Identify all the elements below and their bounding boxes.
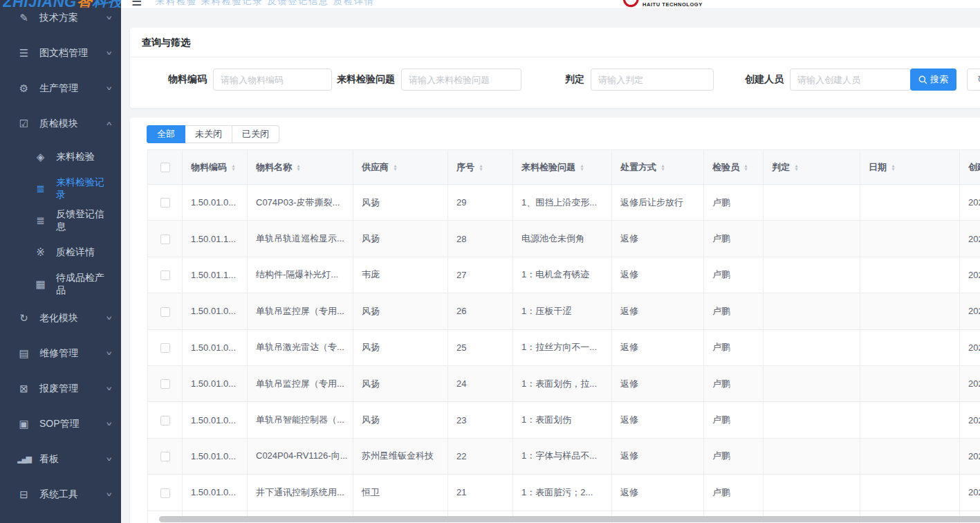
sort-carets-icon: ▲▼ [891, 164, 896, 171]
sidebar-item-label: 生产管理 [39, 82, 78, 95]
sidebar-item-maintenance-management[interactable]: ▤维修管理∨ [0, 336, 121, 371]
toolbox-icon: ⊟ [17, 488, 30, 501]
row-checkbox[interactable] [160, 198, 170, 208]
cell-seq: 26 [448, 293, 513, 329]
column-header-code[interactable]: 物料编码▲▼ [183, 150, 248, 185]
column-header-name[interactable]: 物料名称▲▼ [248, 150, 353, 185]
cell-supplier: 风扬 [353, 402, 448, 438]
table-row: 1.50.01.0...单轨吊监控屏（专用...风扬261：压板干涩返修卢鹏20… [148, 293, 980, 329]
row-select-cell [148, 438, 183, 474]
sidebar-item-doc-management[interactable]: ☰图文档管理∨ [0, 35, 121, 71]
row-checkbox[interactable] [160, 270, 170, 280]
row-checkbox[interactable] [160, 452, 170, 461]
table-row: 1.50.01.0...井下通讯控制系统用...恒卫211：表面脏污；2...返… [148, 475, 980, 511]
tab-all[interactable]: 全部 [147, 125, 185, 143]
select-all-checkbox[interactable] [160, 163, 170, 172]
material-code-input[interactable] [213, 68, 332, 91]
sidebar-item-pending-product-inspection[interactable]: ▦待成品检产品 [0, 268, 121, 300]
horizontal-scrollbar[interactable] [159, 516, 980, 522]
sidebar-item-label: SOP管理 [39, 418, 80, 430]
sidebar-item-feedback-registration[interactable]: ≣反馈登记信息 [0, 205, 121, 237]
column-label: 创建时间 [968, 161, 980, 174]
cell-name: 单轨吊监控屏（专用... [248, 365, 353, 401]
cell-seq: 25 [448, 329, 513, 365]
row-select-cell [148, 185, 183, 221]
chevron-down-icon: ∨ [105, 456, 113, 462]
column-header-issue[interactable]: 来料检验问题▲▼ [513, 150, 612, 185]
table-row: 1.50.01.0...C024P04-RV1126-向...苏州星维钣金科技2… [148, 438, 980, 474]
cell-name: C074P03-皮带撕裂... [248, 185, 353, 221]
judgment-input[interactable] [591, 68, 714, 91]
tab-unclosed[interactable]: 未关闭 [185, 125, 232, 143]
records-table-wrap: 物料编码▲▼物料名称▲▼供应商▲▼序号▲▼来料检验问题▲▼处置方式▲▼检验员▲▼… [147, 149, 980, 523]
cell-name: 单轨吊激光雷达（专... [248, 329, 353, 365]
row-checkbox[interactable] [160, 307, 170, 317]
cell-inspector: 卢鹏 [704, 293, 764, 329]
app-screen: ✎技术方案∨☰图文档管理∨⚙生产管理∨☑质检模块∧◈来料检验≣来料检验记录≣反馈… [0, 0, 980, 523]
reset-button[interactable]: ↻ [967, 68, 980, 91]
sidebar-item-label: 维修管理 [39, 347, 78, 360]
column-header-seq[interactable]: 序号▲▼ [448, 150, 513, 185]
column-header-judgment[interactable]: 判定▲▼ [764, 150, 860, 185]
sidebar-item-incoming-inspection[interactable]: ◈来料检验 [0, 141, 121, 173]
column-header-inner: 判定▲▼ [772, 161, 799, 174]
row-checkbox[interactable] [160, 488, 170, 498]
column-header-inner: 处置方式▲▼ [620, 161, 665, 174]
search-button-label: 搜索 [930, 73, 948, 86]
row-checkbox[interactable] [160, 379, 170, 389]
sidebar-item-qc-module[interactable]: ☑质检模块∧ [0, 106, 121, 141]
cell-judgment [764, 365, 860, 401]
sidebar-item-sop-management[interactable]: ▣SOP管理∨ [0, 406, 121, 441]
cell-supplier: 风扬 [353, 185, 448, 221]
list-icon: ☰ [17, 47, 30, 59]
cell-issue: 1：表面脏污；2... [513, 475, 612, 511]
chevron-down-icon: ∨ [105, 385, 113, 392]
row-checkbox[interactable] [160, 416, 170, 425]
cell-date [860, 257, 960, 293]
cell-seq: 22 [448, 438, 513, 474]
inspection-issue-input[interactable] [401, 68, 521, 91]
cell-code: 1.50.01.0... [183, 402, 248, 438]
row-checkbox[interactable] [160, 235, 170, 244]
column-label: 判定 [772, 161, 790, 174]
clock-refresh-icon: ↻ [17, 312, 30, 324]
sidebar-item-production-management[interactable]: ⚙生产管理∨ [0, 71, 121, 106]
sidebar-item-aging-module[interactable]: ↻老化模块∨ [0, 300, 121, 336]
column-header-date[interactable]: 日期▲▼ [860, 150, 960, 185]
company-logo: HAITU TECHNOLOGY [622, 0, 703, 8]
creator-input[interactable] [790, 68, 911, 91]
row-select-cell [148, 329, 183, 365]
sidebar-item-dashboard[interactable]: ▂▄▆看板∨ [0, 441, 121, 477]
material-code-label: 物料编码 [168, 73, 207, 86]
sidebar-item-incoming-inspection-records[interactable]: ≣来料检验记录 [0, 173, 121, 205]
cell-judgment [764, 402, 860, 438]
tab-closed[interactable]: 已关闭 [232, 125, 279, 143]
sidebar-item-label: 来料检验记录 [56, 176, 111, 201]
clipboard-icon: ▤ [17, 347, 30, 360]
cell-code: 1.50.01.1... [183, 257, 248, 293]
column-header-supplier[interactable]: 供应商▲▼ [353, 150, 448, 185]
bar-chart-icon: ▂▄▆ [17, 455, 30, 464]
cell-code: 1.50.01.0... [183, 475, 248, 511]
hamburger-menu-icon[interactable]: ☰ [131, 0, 142, 9]
sidebar-item-label: 反馈登记信息 [56, 208, 111, 233]
row-checkbox[interactable] [160, 343, 170, 353]
sidebar-item-scrap-management[interactable]: ⊠报废管理∨ [0, 371, 121, 406]
filter-group-material-code: 物料编码 [168, 68, 332, 91]
search-button[interactable]: 搜索 [910, 68, 956, 91]
cell-inspector: 卢鹏 [704, 438, 764, 474]
column-header-disposal[interactable]: 处置方式▲▼ [612, 150, 704, 185]
column-header-inspector[interactable]: 检验员▲▼ [704, 150, 764, 185]
chevron-up-icon: ∧ [105, 120, 113, 127]
cell-supplier: 恒卫 [353, 475, 448, 511]
row-select-cell [148, 365, 183, 401]
sidebar-item-qc-details[interactable]: ※质检详情 [0, 237, 121, 268]
page-tabs-clipped[interactable]: 来料检验 来料检验记录 反馈登记信息 质检详情 [156, 0, 375, 8]
cell-created: 202 [960, 402, 980, 438]
cell-inspector: 卢鹏 [704, 185, 764, 221]
cell-date [860, 329, 960, 365]
sidebar-item-system-tools[interactable]: ⊟系统工具∨ [0, 477, 121, 512]
document-gear-icon: ▣ [17, 418, 30, 430]
column-header-created[interactable]: 创建时间▲▼ [960, 150, 980, 185]
column-header-inner: 供应商▲▼ [362, 161, 398, 174]
